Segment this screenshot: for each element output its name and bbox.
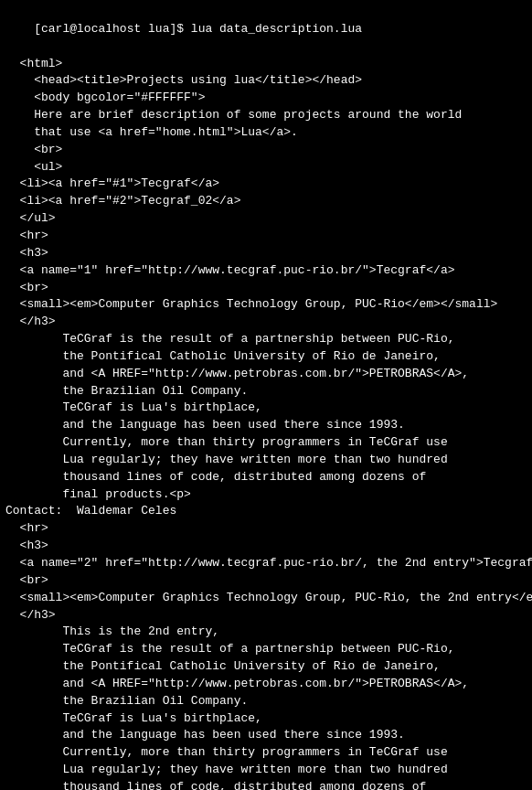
terminal-line: TeCGraf is the result of a partnership b…	[5, 331, 527, 348]
terminal-line: and the language has been used there sin…	[5, 727, 527, 744]
terminal-line: <br>	[5, 142, 527, 159]
terminal-line: final products.<p>	[5, 486, 527, 504]
terminal-line: <html>	[5, 56, 527, 73]
terminal-line: thousand lines of code, distributed amon…	[5, 469, 527, 486]
terminal-line: TeCGraf is the result of a partnership b…	[5, 641, 527, 658]
terminal-line: Here are brief description of some proje…	[5, 107, 527, 124]
terminal-line: <li><a href="#1">Tecgraf</a>	[5, 176, 527, 193]
terminal-line: This is the 2nd entry,	[5, 624, 527, 641]
terminal-line: </h3>	[5, 607, 527, 625]
terminal-window: [carl@localhost lua]$ lua data_descripti…	[5, 4, 527, 790]
terminal-line: Currently, more than thirty programmers …	[5, 744, 527, 762]
terminal-line: thousand lines of code, distributed amon…	[5, 779, 527, 790]
terminal-line: and <A HREF="http://www.petrobras.com.br…	[5, 676, 527, 693]
prompt-top-text: [carl@localhost lua]$ lua data_descripti…	[34, 22, 362, 36]
terminal-line: <li><a href="#2">Tecgraf_02</a>	[5, 193, 527, 210]
terminal-line: <a name="2" href="http://www.tecgraf.puc…	[5, 555, 527, 572]
terminal-line: <body bgcolor="#FFFFFF">	[5, 90, 527, 107]
terminal-line: <hr>	[5, 228, 527, 245]
terminal-line: <small><em>Computer Graphics Technology …	[5, 296, 527, 314]
terminal-line: <head><title>Projects using lua</title><…	[5, 72, 527, 90]
terminal-line: and <A HREF="http://www.petrobras.com.br…	[5, 366, 527, 383]
output-area: <html> <head><title>Projects using lua</…	[5, 56, 527, 790]
terminal-line: the Brazilian Oil Company.	[5, 383, 527, 400]
terminal-line: </h3>	[5, 314, 527, 331]
terminal-line: Lua regularly; they have written more th…	[5, 762, 527, 779]
terminal-line: <ul>	[5, 159, 527, 176]
terminal-line: that use <a href="home.html">Lua</a>.	[5, 124, 527, 142]
terminal-line: <h3>	[5, 245, 527, 262]
terminal-line: the Brazilian Oil Company.	[5, 693, 527, 710]
terminal-line: Contact: Waldemar Celes	[5, 503, 527, 520]
terminal-line: the Pontifical Catholic University of Ri…	[5, 658, 527, 676]
terminal-line: and the language has been used there sin…	[5, 417, 527, 434]
terminal-line: the Pontifical Catholic University of Ri…	[5, 348, 527, 366]
terminal-line: <br>	[5, 572, 527, 590]
terminal-line: </ul>	[5, 210, 527, 228]
terminal-line: <small><em>Computer Graphics Technology …	[5, 590, 527, 607]
terminal-line: <br>	[5, 280, 527, 297]
terminal-line: Currently, more than thirty programmers …	[5, 434, 527, 452]
terminal-line: <a name="1" href="http://www.tecgraf.puc…	[5, 262, 527, 280]
terminal-line: TeCGraf is Lua's birthplace,	[5, 400, 527, 417]
terminal-line: <hr>	[5, 520, 527, 538]
terminal-line: <h3>	[5, 538, 527, 555]
prompt-top: [carl@localhost lua]$ lua data_descripti…	[5, 4, 527, 56]
terminal-line: TeCGraf is Lua's birthplace,	[5, 710, 527, 728]
terminal-line: Lua regularly; they have written more th…	[5, 452, 527, 469]
